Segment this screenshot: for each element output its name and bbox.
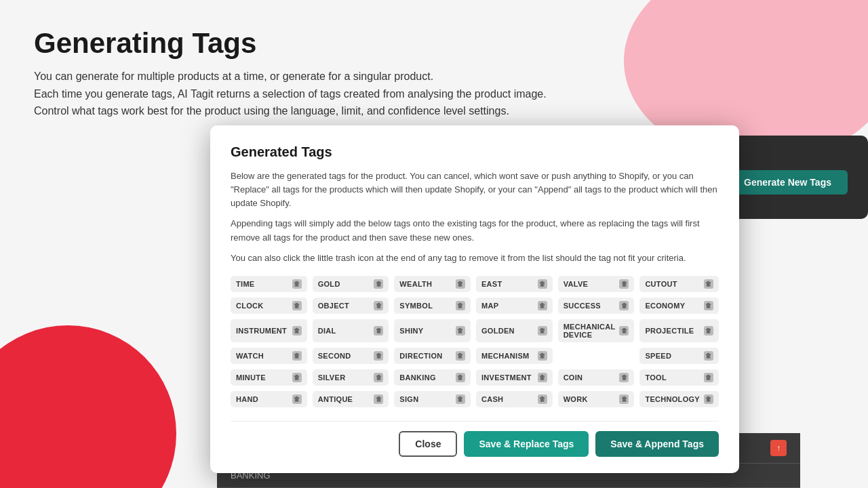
tag-label: COIN [564, 373, 583, 382]
tag-delete-button[interactable]: 🗑 [538, 279, 547, 289]
tag-delete-button[interactable]: 🗑 [456, 373, 465, 382]
tag-delete-button[interactable]: 🗑 [456, 279, 465, 289]
tag-delete-button[interactable]: 🗑 [374, 301, 383, 310]
tag-delete-button[interactable]: 🗑 [374, 394, 383, 404]
tag-label: TECHNOLOGY [645, 395, 700, 403]
tag-delete-button[interactable]: 🗑 [619, 301, 629, 310]
tag-delete-button[interactable]: 🗑 [292, 351, 302, 361]
bg-decoration-red [0, 325, 176, 488]
generate-new-tags-button[interactable]: Generate New Tags [728, 170, 848, 195]
tag-label: SECOND [318, 352, 351, 360]
tag-item: BANKING🗑 [394, 369, 471, 386]
tag-item: HAND🗑 [231, 391, 307, 407]
tag-delete-button[interactable]: 🗑 [456, 326, 465, 336]
tag-item: WATCH🗑 [231, 348, 307, 364]
tag-empty [558, 348, 635, 364]
tag-item: CUTOUT🗑 [639, 276, 719, 292]
bottom-row-icon-bank[interactable]: ↑ [770, 440, 787, 456]
save-replace-button[interactable]: Save & Replace Tags [464, 431, 589, 457]
tag-delete-button[interactable]: 🗑 [538, 326, 547, 336]
tag-item: SIGN🗑 [394, 391, 471, 407]
tag-label: HAND [236, 395, 258, 403]
tag-delete-button[interactable]: 🗑 [292, 279, 302, 289]
tag-label: SHINY [399, 327, 423, 335]
tag-label: INVESTMENT [481, 373, 532, 382]
tag-delete-button[interactable]: 🗑 [704, 351, 713, 361]
tag-label: WATCH [236, 352, 264, 360]
tag-delete-button[interactable]: 🗑 [538, 301, 547, 310]
tag-label: SUCCESS [564, 302, 601, 310]
tag-label: SPEED [645, 352, 671, 360]
tag-label: ANTIQUE [318, 395, 353, 403]
tag-delete-button[interactable]: 🗑 [538, 394, 547, 404]
page-description: You can generate for multiple products a… [34, 68, 834, 120]
tag-label: MAP [481, 302, 498, 310]
tag-label: VALVE [564, 280, 589, 288]
tag-delete-button[interactable]: 🗑 [619, 279, 629, 289]
tag-label: TOOL [645, 373, 667, 382]
generated-tags-modal: Generated Tags Below are the generated t… [210, 125, 739, 473]
tag-label: CLOCK [236, 302, 264, 310]
tag-item: INVESTMENT🗑 [476, 369, 553, 386]
tag-item: WEALTH🗑 [394, 276, 471, 292]
tag-item: TECHNOLOGY🗑 [639, 391, 719, 407]
tag-item: EAST🗑 [476, 276, 553, 292]
tag-delete-button[interactable]: 🗑 [704, 326, 713, 336]
tag-delete-button[interactable]: 🗑 [704, 373, 713, 382]
tag-delete-button[interactable]: 🗑 [374, 326, 383, 336]
tag-label: DIRECTION [399, 352, 442, 360]
tag-label: CUTOUT [645, 280, 677, 288]
tag-item: GOLD🗑 [313, 276, 389, 292]
tag-delete-button[interactable]: 🗑 [292, 394, 302, 404]
tag-item: WORK🗑 [558, 391, 635, 407]
tag-label: CASH [481, 395, 503, 403]
tag-label: SIGN [399, 395, 418, 403]
tag-item: GOLDEN🗑 [476, 319, 553, 342]
tag-item: MECHANISM🗑 [476, 348, 553, 364]
modal-description: Below are the generated tags for the pro… [231, 169, 719, 265]
tag-delete-button[interactable]: 🗑 [619, 326, 629, 336]
tag-item: DIAL🗑 [313, 319, 389, 342]
tag-delete-button[interactable]: 🗑 [538, 373, 547, 382]
tag-label: BANKING [399, 373, 435, 382]
tag-item: TOOL🗑 [639, 369, 719, 386]
tag-item: SHINY🗑 [394, 319, 471, 342]
tag-item: SYMBOL🗑 [394, 298, 471, 314]
tag-delete-button[interactable]: 🗑 [704, 301, 713, 310]
tag-delete-button[interactable]: 🗑 [619, 394, 629, 404]
tag-delete-button[interactable]: 🗑 [619, 373, 629, 382]
close-button[interactable]: Close [399, 431, 457, 457]
tag-item: SILVER🗑 [313, 369, 389, 386]
tag-label: DIAL [318, 327, 336, 335]
tag-delete-button[interactable]: 🗑 [374, 373, 383, 382]
tag-item: DIRECTION🗑 [394, 348, 471, 364]
save-append-button[interactable]: Save & Append Tags [595, 431, 719, 457]
tag-item: MINUTE🗑 [231, 369, 307, 386]
tag-label: MINUTE [236, 373, 266, 382]
tag-delete-button[interactable]: 🗑 [292, 326, 302, 336]
tag-label: TIME [236, 280, 254, 288]
tag-item: INSTRUMENT🗑 [231, 319, 307, 342]
tag-item: TIME🗑 [231, 276, 307, 292]
tag-delete-button[interactable]: 🗑 [374, 279, 383, 289]
tag-label: GOLD [318, 280, 340, 288]
tag-delete-button[interactable]: 🗑 [704, 394, 713, 404]
tag-item: COIN🗑 [558, 369, 635, 386]
tag-label: MECHANICAL DEVICE [564, 323, 616, 339]
tag-delete-button[interactable]: 🗑 [374, 351, 383, 361]
tag-delete-button[interactable]: 🗑 [292, 301, 302, 310]
tag-item: SECOND🗑 [313, 348, 389, 364]
tag-delete-button[interactable]: 🗑 [456, 394, 465, 404]
tag-item: CLOCK🗑 [231, 298, 307, 314]
tag-label: ECONOMY [645, 302, 685, 310]
tag-delete-button[interactable]: 🗑 [456, 351, 465, 361]
tag-delete-button[interactable]: 🗑 [456, 301, 465, 310]
tag-delete-button[interactable]: 🗑 [292, 373, 302, 382]
tag-item: ECONOMY🗑 [639, 298, 719, 314]
tag-item: VALVE🗑 [558, 276, 635, 292]
tag-label: GOLDEN [481, 327, 515, 335]
tag-delete-button[interactable]: 🗑 [704, 279, 713, 289]
tag-delete-button[interactable]: 🗑 [538, 351, 547, 361]
tag-label: SYMBOL [399, 302, 433, 310]
tag-item: SUCCESS🗑 [558, 298, 635, 314]
